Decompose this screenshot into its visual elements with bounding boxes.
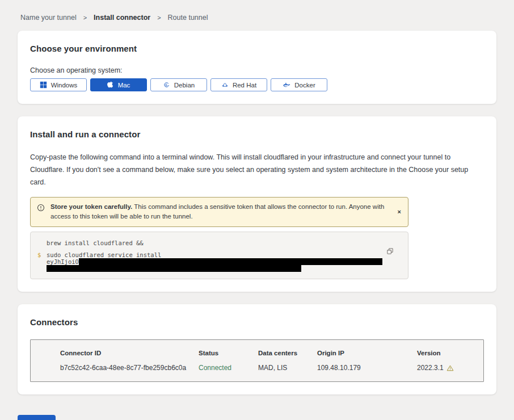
breadcrumb-step-name-your-tunnel[interactable]: Name your tunnel xyxy=(20,14,77,22)
connectors-title: Connectors xyxy=(30,317,484,327)
os-button-group: Windows Mac Debian xyxy=(30,78,484,91)
cell-connector-id: b7c52c42-6caa-48ee-8c77-fbe259cb6c0a xyxy=(60,364,199,372)
code-line-token: eyJhIjoiO xyxy=(47,258,400,265)
cell-version: 2022.3.1 xyxy=(417,364,483,372)
windows-icon xyxy=(40,81,47,89)
install-connector-card: Install and run a connector Copy-paste t… xyxy=(18,116,496,292)
apple-icon xyxy=(107,81,114,89)
debian-icon xyxy=(163,81,170,89)
breadcrumb-step-install-connector[interactable]: Install connector xyxy=(94,14,150,22)
cell-origin-ip: 109.48.10.179 xyxy=(317,364,417,372)
col-header-connector-id: Connector ID xyxy=(60,350,199,356)
breadcrumb-step-route-tunnel[interactable]: Route tunnel xyxy=(168,14,208,22)
next-button[interactable]: Next xyxy=(18,415,56,420)
os-select-label: Choose an operating system: xyxy=(30,66,484,74)
redacted-token-bar xyxy=(79,258,382,265)
code-line-service-install: sudo cloudflared service install xyxy=(47,251,400,258)
code-line-brew: brew install cloudflared && xyxy=(47,240,400,246)
docker-icon xyxy=(283,81,290,89)
os-button-label: Red Hat xyxy=(233,82,256,89)
os-button-label: Docker xyxy=(294,82,315,89)
terminal-prompt: $ xyxy=(37,251,41,258)
token-warning-text: Store your token carefully. This command… xyxy=(50,202,389,222)
breadcrumb-separator: > xyxy=(157,14,161,21)
code-line-token-2 xyxy=(47,265,400,272)
col-header-status: Status xyxy=(199,350,258,356)
warning-triangle-icon xyxy=(446,364,454,372)
col-header-data-centers: Data centers xyxy=(258,350,317,356)
alert-circle-icon xyxy=(37,204,45,222)
os-button-label: Windows xyxy=(51,82,78,89)
connectors-grid: Connector ID Status Data centers Origin … xyxy=(60,350,483,372)
install-connector-description: Copy-paste the following command into a … xyxy=(30,152,484,189)
breadcrumb-separator: > xyxy=(83,14,87,21)
os-button-redhat[interactable]: Red Hat xyxy=(210,78,267,91)
footer: Next xyxy=(0,394,514,420)
os-button-docker[interactable]: Docker xyxy=(271,78,327,91)
close-icon[interactable]: × xyxy=(398,209,401,215)
version-value: 2022.3.1 xyxy=(417,364,444,372)
os-button-windows[interactable]: Windows xyxy=(30,78,87,91)
cell-status: Connected xyxy=(199,364,258,372)
choose-environment-card: Choose your environment Choose an operat… xyxy=(18,31,496,104)
os-button-mac[interactable]: Mac xyxy=(90,78,147,91)
os-button-debian[interactable]: Debian xyxy=(150,78,207,91)
redhat-icon xyxy=(221,81,229,89)
token-warning-banner: Store your token carefully. This command… xyxy=(30,197,408,228)
install-connector-title: Install and run a connector xyxy=(30,129,484,139)
main-content: Choose your environment Choose an operat… xyxy=(0,31,514,394)
connectors-card: Connectors Connector ID Status Data cent… xyxy=(18,304,496,394)
redacted-token-bar xyxy=(47,265,301,272)
breadcrumb: Name your tunnel > Install connector > R… xyxy=(0,0,514,31)
os-button-label: Debian xyxy=(174,82,195,89)
choose-environment-title: Choose your environment xyxy=(30,44,484,53)
cell-data-centers: MAD, LIS xyxy=(258,364,317,372)
install-command-codeblock: $ brew install cloudflared && sudo cloud… xyxy=(30,232,408,279)
col-header-origin-ip: Origin IP xyxy=(317,350,417,356)
connectors-table: Connector ID Status Data centers Origin … xyxy=(30,339,484,382)
os-button-label: Mac xyxy=(118,82,130,89)
col-header-version: Version xyxy=(417,350,483,356)
copy-icon[interactable] xyxy=(386,247,394,255)
token-prefix: eyJhIjoiO xyxy=(47,258,79,265)
token-warning-title: Store your token carefully. xyxy=(50,203,132,210)
